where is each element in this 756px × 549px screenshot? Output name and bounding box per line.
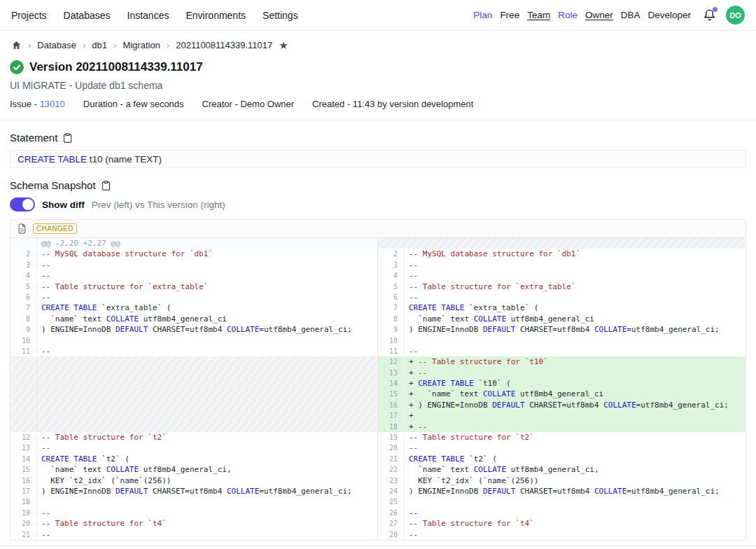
diff-row [10, 422, 377, 432]
sql-segment: -- [41, 293, 50, 302]
sql-segment: ) ENGINE=InnoDB [41, 325, 115, 334]
breadcrumb-item[interactable]: Database [37, 40, 76, 50]
diff-code-line: + ) ENGINE=InnoDB DEFAULT CHARSET=utf8mb… [405, 400, 746, 410]
sql-segment: CREATE TABLE [418, 379, 473, 388]
line-number: 12 [10, 432, 37, 443]
line-number [10, 400, 37, 410]
nav-item-settings[interactable]: Settings [262, 10, 298, 21]
diff-code-line: ) ENGINE=InnoDB DEFAULT CHARSET=utf8mb4 … [37, 324, 377, 335]
diff-code-line: + -- Table structure for `t10` [405, 356, 746, 367]
diff-row: 12+ -- Table structure for `t10` [378, 356, 746, 367]
sql-segment: -- [409, 260, 418, 270]
diff-code-line [37, 410, 377, 421]
diff-code-line: -- [405, 443, 746, 453]
diff-code-line [405, 335, 746, 346]
notification-dot [713, 7, 718, 12]
sql-segment: -- Table structure for `extra_table` [409, 282, 575, 291]
diff-code-line: -- [37, 508, 377, 518]
issue-link[interactable]: 13010 [40, 99, 65, 109]
sql-segment: DEFAULT [483, 487, 515, 496]
sql-segment: utf8mb4_general_ci, [506, 465, 598, 474]
diff-code-line: ) ENGINE=InnoDB DEFAULT CHARSET=utf8mb4 … [405, 324, 746, 335]
notification-bell-button[interactable] [703, 8, 717, 22]
diff-row: 20-- [378, 443, 746, 453]
diff-row: 14CREATE TABLE `t2` ( [10, 454, 377, 464]
schema-snapshot-heading-label: Schema Snapshot [10, 179, 96, 191]
breadcrumb-separator: › [83, 40, 85, 50]
line-number [378, 238, 405, 249]
diff-add-prefix: + [409, 411, 418, 420]
nav-item-instances[interactable]: Instances [127, 10, 169, 21]
sql-segment: DEFAULT [115, 325, 148, 334]
sql-segment: =utf8mb4_general_ci; [259, 325, 351, 334]
diff-row [378, 238, 746, 249]
sql-segment: -- [409, 508, 418, 517]
diff-code-line: -- Table structure for `t2` [405, 432, 746, 443]
nav-item-projects[interactable]: Projects [11, 10, 47, 21]
sql-segment: -- Table structure for `extra_table` [41, 282, 208, 291]
sql-segment: -- [409, 443, 418, 452]
home-icon[interactable] [11, 40, 22, 50]
diff-code-line: -- Table structure for `extra_table` [37, 282, 377, 292]
line-number: 3 [378, 260, 405, 270]
diff-code-line: -- [405, 529, 746, 540]
line-number [10, 368, 37, 378]
diff-row: 17) ENGINE=InnoDB DEFAULT CHARSET=utf8mb… [10, 486, 377, 496]
schema-snapshot-heading: Schema Snapshot [10, 179, 746, 191]
diff-row: 6-- [10, 292, 377, 303]
diff-row: 16 KEY `t2_idx` (`name`(256)) [10, 475, 377, 486]
version-title-row: Version 20211008114339.11017 [10, 60, 746, 74]
sql-segment: utf8mb4_general_ci, [139, 465, 231, 474]
diff-row: 9) ENGINE=InnoDB DEFAULT CHARSET=utf8mb4… [378, 324, 746, 335]
sql-segment: KEY `t2_idx` (`name`(256)) [409, 476, 538, 485]
nav-item-environments[interactable]: Environments [186, 10, 246, 21]
diff-row: 5-- Table structure for `extra_table` [10, 282, 377, 292]
breadcrumb-item[interactable]: Migration [122, 40, 160, 50]
line-number: 22 [378, 464, 405, 475]
clipboard-icon [101, 180, 111, 191]
diff-pane-current: 2-- MySQL database structure for `db1`3-… [378, 238, 746, 540]
copy-statement-button[interactable] [62, 132, 73, 144]
line-number: 5 [378, 282, 405, 292]
diff-row: 6-- [378, 292, 746, 303]
breadcrumb-item[interactable]: 20211008114339.11017 [176, 40, 272, 50]
statement-heading: Statement [10, 132, 746, 144]
sql-segment: CREATE TABLE [409, 454, 464, 464]
sql-segment: COLLATE [594, 325, 626, 334]
top-nav: ProjectsDatabasesInstancesEnvironmentsSe… [0, 0, 756, 31]
nav-right-dba: DBA [621, 10, 640, 20]
nav-item-databases[interactable]: Databases [64, 10, 111, 21]
breadcrumb-items: ›Database›db1›Migration›20211008114339.1… [28, 40, 272, 50]
diff-code-line: -- [405, 270, 746, 281]
sql-segment: -- [41, 347, 50, 356]
diff-row [10, 356, 377, 367]
diff-row: 19-- [10, 508, 377, 518]
avatar[interactable]: DO [726, 6, 745, 25]
star-icon[interactable]: ★ [279, 40, 288, 50]
breadcrumb-item[interactable]: db1 [92, 40, 107, 50]
nav-right-owner[interactable]: Owner [585, 10, 613, 20]
diff-row: 11-- [378, 346, 746, 356]
sql-segment: CHARSET=utf8mb4 [148, 325, 227, 334]
diff-pane-prev: @@ -2,20 +2,27 @@2-- MySQL database stru… [10, 238, 378, 540]
diff-row: 2-- MySQL database structure for `db1` [378, 249, 746, 259]
diff-row [10, 389, 377, 399]
diff-row: 15+ `name` text COLLATE utf8mb4_general_… [378, 389, 746, 399]
line-number: 4 [10, 270, 37, 281]
line-number: 21 [10, 529, 37, 540]
sql-segment: KEY `t2_idx` (`name`(256)) [41, 476, 171, 485]
show-diff-toggle[interactable] [10, 197, 35, 211]
line-number: 6 [10, 292, 37, 303]
line-number [10, 389, 37, 399]
line-number: 6 [378, 292, 405, 303]
nav-right-role: Role [558, 10, 578, 20]
sql-segment: =utf8mb4_general_ci; [259, 487, 351, 496]
copy-snapshot-button[interactable] [101, 180, 111, 191]
diff-code-line: -- [405, 260, 746, 270]
sql-segment: CREATE TABLE [41, 454, 97, 464]
bottom-divider [0, 545, 756, 546]
nav-right-team[interactable]: Team [527, 10, 550, 20]
line-number: 11 [378, 346, 405, 356]
diff-row: 7CREATE TABLE `extra_table` ( [378, 303, 746, 313]
diff-row: 3-- [10, 260, 377, 270]
